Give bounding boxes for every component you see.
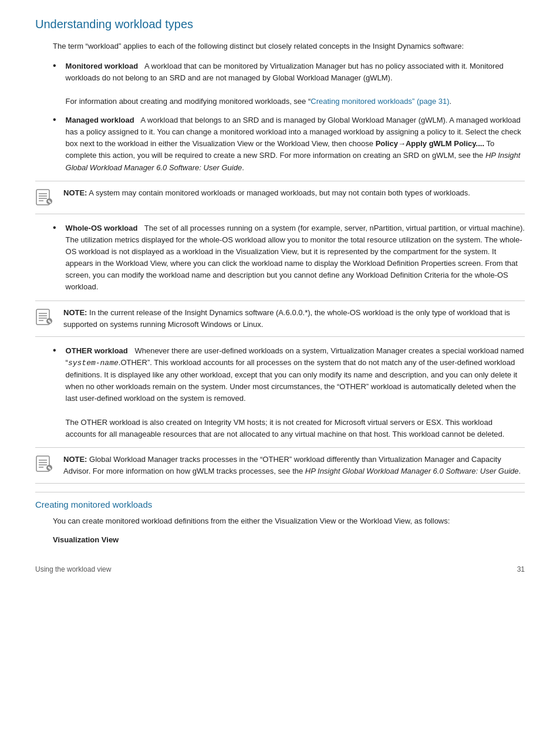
note-content-2: NOTE: In the current release of the Insi… (63, 307, 525, 330)
page-title: Understanding workload types (35, 18, 525, 31)
svg-text:✎: ✎ (48, 466, 52, 471)
term-managed: Managed workload (66, 116, 134, 124)
bullet-item-managed: • Managed workload A workload that belon… (53, 114, 525, 174)
monitored-extra-prefix: For information about creating and modif… (66, 97, 311, 106)
note-icon-2: ✎ (35, 308, 58, 328)
note-svg-3: ✎ (35, 455, 53, 472)
bullet-item-wholeos: • Whole-OS workload The set of all proce… (53, 222, 525, 293)
bullet-item-other: • OTHER workload Whenever there are user… (53, 345, 525, 440)
bullet-dot-2: • (53, 114, 56, 125)
bullet-dot-wholeos: • (53, 222, 56, 233)
note-text-2b: In the current release of the Insight Dy… (63, 308, 510, 329)
note-box-2: ✎ NOTE: In the current release of the In… (35, 301, 525, 337)
vis-view-label: Visualization View (53, 535, 525, 544)
bullet-content-monitored: Monitored workload A workload that can b… (66, 60, 525, 108)
note-label-3: NOTE: (63, 455, 87, 464)
note-content-1: NOTE: A system may contain monitored wor… (63, 187, 525, 199)
footer-right: 31 (517, 565, 525, 573)
other-mono: system-name (68, 359, 119, 367)
bullet-item-monitored: • Monitored workload A workload that can… (53, 60, 525, 108)
svg-text:✎: ✎ (48, 200, 52, 205)
note-box-1: ✎ NOTE: A system may contain monitored w… (35, 181, 525, 214)
monitored-link[interactable]: Creating monitored workloads” (page 31) (311, 97, 449, 106)
note-icon-1: ✎ (35, 188, 58, 208)
term-other: OTHER workload (66, 346, 128, 355)
note-svg-2: ✎ (35, 308, 53, 326)
bullet-list-1: • Monitored workload A workload that can… (53, 60, 525, 174)
footer-left: Using the workload view (35, 565, 111, 573)
note-label-1: NOTE: (63, 188, 87, 197)
section2-intro: You can create monitored workload defini… (53, 515, 525, 527)
note-icon-3: ✎ (35, 455, 58, 474)
note3-end: . (519, 467, 521, 475)
note-label-2: NOTE: (63, 308, 87, 317)
bullet-list-2: • Whole-OS workload The set of all proce… (53, 222, 525, 293)
bullet-list-3: • OTHER workload Whenever there are user… (53, 345, 525, 440)
note-box-3: ✎ NOTE: Global Workload Manager tracks p… (35, 447, 525, 484)
intro-text: The term “workload” applies to each of t… (53, 40, 525, 52)
managed-body3: . (242, 163, 244, 172)
term-wholeos: Whole-OS workload (66, 224, 138, 232)
other-body-after: .OTHER”. This workload accounts for all … (66, 358, 518, 403)
note-text-1b: A system may contain monitored workloads… (89, 188, 470, 197)
footer: Using the workload view 31 (35, 562, 525, 573)
policy-text: Policy→Apply gWLM Policy.... (376, 139, 484, 148)
bullet-content-other: OTHER workload Whenever there are user-d… (66, 345, 525, 440)
bullet-dot-1: • (53, 60, 56, 71)
note-content-3: NOTE: Global Workload Manager tracks pro… (63, 454, 525, 477)
bullet-content-wholeos: Whole-OS workload The set of all process… (66, 222, 525, 293)
note3-italic: HP Insight Global Workload Manager 6.0 S… (305, 467, 519, 475)
svg-text:✎: ✎ (48, 319, 52, 325)
bullet-dot-other: • (53, 345, 56, 356)
other-extra: The OTHER workload is also created on In… (66, 418, 505, 438)
section-divider (35, 492, 525, 492)
term-monitored: Monitored workload (66, 62, 139, 70)
wholeos-body: The set of all processes running on a sy… (66, 224, 525, 292)
bullet-content-managed: Managed workload A workload that belongs… (66, 114, 525, 174)
note-svg-1: ✎ (35, 188, 53, 206)
section2-title: Creating monitored workloads (35, 499, 525, 509)
